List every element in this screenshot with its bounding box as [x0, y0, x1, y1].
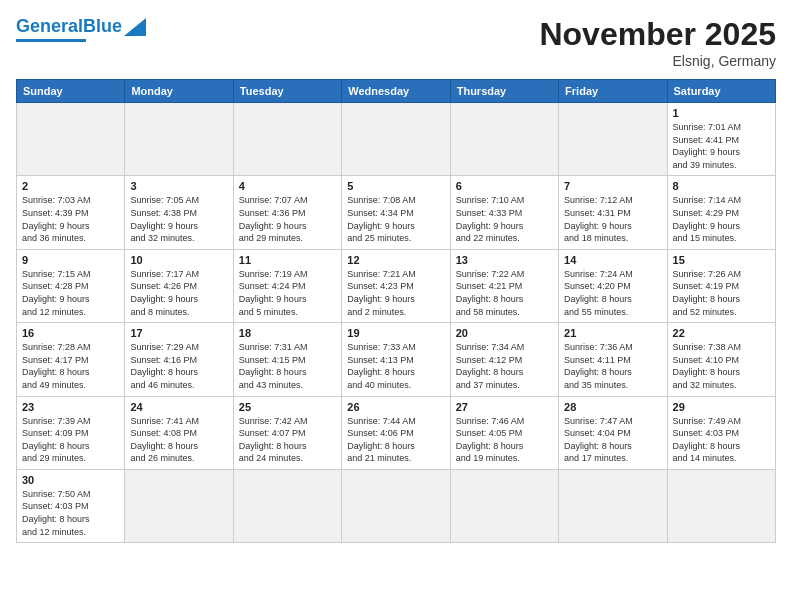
day-info: Sunrise: 7:39 AM Sunset: 4:09 PM Dayligh… [22, 415, 119, 465]
day-info: Sunrise: 7:33 AM Sunset: 4:13 PM Dayligh… [347, 341, 444, 391]
day-info: Sunrise: 7:19 AM Sunset: 4:24 PM Dayligh… [239, 268, 336, 318]
calendar-week-row: 1Sunrise: 7:01 AM Sunset: 4:41 PM Daylig… [17, 103, 776, 176]
day-info: Sunrise: 7:28 AM Sunset: 4:17 PM Dayligh… [22, 341, 119, 391]
day-number: 4 [239, 180, 336, 192]
calendar-cell [125, 469, 233, 542]
calendar-cell: 13Sunrise: 7:22 AM Sunset: 4:21 PM Dayli… [450, 249, 558, 322]
calendar-cell: 14Sunrise: 7:24 AM Sunset: 4:20 PM Dayli… [559, 249, 667, 322]
col-friday: Friday [559, 80, 667, 103]
page: GeneralBlue November 2025 Elsnig, German… [0, 0, 792, 612]
calendar-cell: 16Sunrise: 7:28 AM Sunset: 4:17 PM Dayli… [17, 323, 125, 396]
calendar-cell: 6Sunrise: 7:10 AM Sunset: 4:33 PM Daylig… [450, 176, 558, 249]
title-month: November 2025 [539, 16, 776, 53]
day-number: 3 [130, 180, 227, 192]
calendar-cell: 21Sunrise: 7:36 AM Sunset: 4:11 PM Dayli… [559, 323, 667, 396]
calendar-cell: 7Sunrise: 7:12 AM Sunset: 4:31 PM Daylig… [559, 176, 667, 249]
day-info: Sunrise: 7:22 AM Sunset: 4:21 PM Dayligh… [456, 268, 553, 318]
svg-marker-0 [124, 18, 146, 36]
day-info: Sunrise: 7:14 AM Sunset: 4:29 PM Dayligh… [673, 194, 770, 244]
calendar-cell: 26Sunrise: 7:44 AM Sunset: 4:06 PM Dayli… [342, 396, 450, 469]
day-info: Sunrise: 7:01 AM Sunset: 4:41 PM Dayligh… [673, 121, 770, 171]
calendar-week-row: 2Sunrise: 7:03 AM Sunset: 4:39 PM Daylig… [17, 176, 776, 249]
calendar-cell: 28Sunrise: 7:47 AM Sunset: 4:04 PM Dayli… [559, 396, 667, 469]
calendar-cell [342, 469, 450, 542]
calendar-cell [17, 103, 125, 176]
day-info: Sunrise: 7:47 AM Sunset: 4:04 PM Dayligh… [564, 415, 661, 465]
calendar-header-row: Sunday Monday Tuesday Wednesday Thursday… [17, 80, 776, 103]
day-info: Sunrise: 7:03 AM Sunset: 4:39 PM Dayligh… [22, 194, 119, 244]
day-number: 17 [130, 327, 227, 339]
day-number: 25 [239, 401, 336, 413]
day-info: Sunrise: 7:31 AM Sunset: 4:15 PM Dayligh… [239, 341, 336, 391]
day-number: 13 [456, 254, 553, 266]
day-number: 22 [673, 327, 770, 339]
day-number: 26 [347, 401, 444, 413]
day-number: 10 [130, 254, 227, 266]
calendar-cell [125, 103, 233, 176]
calendar-cell [667, 469, 775, 542]
col-tuesday: Tuesday [233, 80, 341, 103]
day-info: Sunrise: 7:49 AM Sunset: 4:03 PM Dayligh… [673, 415, 770, 465]
calendar-cell: 12Sunrise: 7:21 AM Sunset: 4:23 PM Dayli… [342, 249, 450, 322]
calendar-week-row: 23Sunrise: 7:39 AM Sunset: 4:09 PM Dayli… [17, 396, 776, 469]
day-info: Sunrise: 7:34 AM Sunset: 4:12 PM Dayligh… [456, 341, 553, 391]
calendar-week-row: 9Sunrise: 7:15 AM Sunset: 4:28 PM Daylig… [17, 249, 776, 322]
calendar-cell: 4Sunrise: 7:07 AM Sunset: 4:36 PM Daylig… [233, 176, 341, 249]
day-number: 2 [22, 180, 119, 192]
logo-text: GeneralBlue [16, 16, 122, 37]
logo: GeneralBlue [16, 16, 146, 42]
day-info: Sunrise: 7:15 AM Sunset: 4:28 PM Dayligh… [22, 268, 119, 318]
day-number: 8 [673, 180, 770, 192]
calendar-cell: 27Sunrise: 7:46 AM Sunset: 4:05 PM Dayli… [450, 396, 558, 469]
day-number: 21 [564, 327, 661, 339]
day-info: Sunrise: 7:17 AM Sunset: 4:26 PM Dayligh… [130, 268, 227, 318]
title-block: November 2025 Elsnig, Germany [539, 16, 776, 69]
day-number: 24 [130, 401, 227, 413]
calendar-cell: 30Sunrise: 7:50 AM Sunset: 4:03 PM Dayli… [17, 469, 125, 542]
day-number: 29 [673, 401, 770, 413]
calendar-cell: 24Sunrise: 7:41 AM Sunset: 4:08 PM Dayli… [125, 396, 233, 469]
calendar-cell [233, 469, 341, 542]
day-number: 6 [456, 180, 553, 192]
calendar-week-row: 30Sunrise: 7:50 AM Sunset: 4:03 PM Dayli… [17, 469, 776, 542]
day-number: 27 [456, 401, 553, 413]
day-info: Sunrise: 7:29 AM Sunset: 4:16 PM Dayligh… [130, 341, 227, 391]
calendar-cell: 9Sunrise: 7:15 AM Sunset: 4:28 PM Daylig… [17, 249, 125, 322]
calendar-cell: 15Sunrise: 7:26 AM Sunset: 4:19 PM Dayli… [667, 249, 775, 322]
col-thursday: Thursday [450, 80, 558, 103]
calendar-cell: 17Sunrise: 7:29 AM Sunset: 4:16 PM Dayli… [125, 323, 233, 396]
day-number: 15 [673, 254, 770, 266]
day-info: Sunrise: 7:38 AM Sunset: 4:10 PM Dayligh… [673, 341, 770, 391]
calendar-cell [559, 469, 667, 542]
logo-underline [16, 39, 86, 42]
day-number: 5 [347, 180, 444, 192]
day-number: 9 [22, 254, 119, 266]
day-number: 1 [673, 107, 770, 119]
calendar-cell: 25Sunrise: 7:42 AM Sunset: 4:07 PM Dayli… [233, 396, 341, 469]
col-sunday: Sunday [17, 80, 125, 103]
day-number: 20 [456, 327, 553, 339]
day-info: Sunrise: 7:21 AM Sunset: 4:23 PM Dayligh… [347, 268, 444, 318]
logo-general: General [16, 16, 83, 36]
header: GeneralBlue November 2025 Elsnig, German… [16, 16, 776, 69]
calendar-cell [342, 103, 450, 176]
calendar-cell: 5Sunrise: 7:08 AM Sunset: 4:34 PM Daylig… [342, 176, 450, 249]
calendar-cell [233, 103, 341, 176]
day-info: Sunrise: 7:12 AM Sunset: 4:31 PM Dayligh… [564, 194, 661, 244]
day-info: Sunrise: 7:08 AM Sunset: 4:34 PM Dayligh… [347, 194, 444, 244]
day-info: Sunrise: 7:44 AM Sunset: 4:06 PM Dayligh… [347, 415, 444, 465]
calendar-cell: 2Sunrise: 7:03 AM Sunset: 4:39 PM Daylig… [17, 176, 125, 249]
day-number: 16 [22, 327, 119, 339]
calendar-week-row: 16Sunrise: 7:28 AM Sunset: 4:17 PM Dayli… [17, 323, 776, 396]
day-number: 28 [564, 401, 661, 413]
calendar-cell: 8Sunrise: 7:14 AM Sunset: 4:29 PM Daylig… [667, 176, 775, 249]
logo-blue: Blue [83, 16, 122, 36]
calendar-cell: 23Sunrise: 7:39 AM Sunset: 4:09 PM Dayli… [17, 396, 125, 469]
day-number: 18 [239, 327, 336, 339]
day-number: 12 [347, 254, 444, 266]
calendar-cell: 3Sunrise: 7:05 AM Sunset: 4:38 PM Daylig… [125, 176, 233, 249]
title-location: Elsnig, Germany [539, 53, 776, 69]
day-info: Sunrise: 7:41 AM Sunset: 4:08 PM Dayligh… [130, 415, 227, 465]
day-number: 11 [239, 254, 336, 266]
calendar-cell [450, 103, 558, 176]
